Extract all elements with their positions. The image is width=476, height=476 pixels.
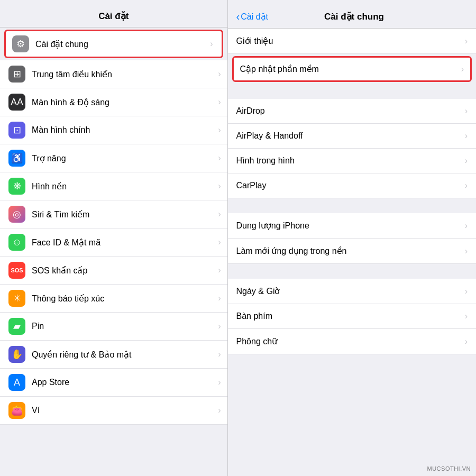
- right-item-ngaygios[interactable]: Ngày & Giờ›: [228, 279, 476, 304]
- sidebar-item-access[interactable]: ♿Trợ năng›: [0, 144, 227, 172]
- right-item-label-airplay: AirPlay & Handoff: [236, 131, 465, 141]
- faceid-icon: ☺: [8, 234, 25, 251]
- chevron-right-icon: ›: [218, 378, 221, 387]
- section-separator: [228, 198, 476, 213]
- right-item-lammoi[interactable]: Làm mới ứng dụng trong nền›: [228, 239, 476, 264]
- sidebar-item-label-wallet: Ví: [32, 406, 219, 415]
- chevron-right-icon: ›: [465, 287, 468, 296]
- chevron-right-icon: ›: [218, 125, 221, 135]
- sidebar-item-label-general: Cài đặt chung: [35, 39, 215, 49]
- wallpaper-icon: ❋: [8, 178, 25, 195]
- home-icon: ⊡: [8, 122, 25, 139]
- sidebar-item-faceid[interactable]: ☺Face ID & Mật mã›: [0, 228, 227, 257]
- display-icon: AA: [8, 94, 25, 111]
- chevron-right-icon: ›: [465, 181, 468, 190]
- sidebar-item-label-access: Trợ năng: [32, 153, 219, 163]
- sidebar-item-general[interactable]: ⚙Cài đặt chung›: [4, 30, 223, 58]
- chevron-right-icon: ›: [218, 237, 221, 247]
- chevron-right-icon: ›: [465, 337, 468, 346]
- right-item-dungluong[interactable]: Dung lượng iPhone›: [228, 213, 476, 239]
- chevron-right-icon: ›: [210, 39, 213, 49]
- right-section-group-1: AirDrop›AirPlay & Handoff›Hình trong hìn…: [228, 99, 476, 198]
- section-separator: [228, 264, 476, 279]
- right-item-label-airdrop: AirDrop: [236, 106, 465, 116]
- chevron-right-icon: ›: [218, 350, 221, 359]
- access-icon: ♿: [8, 150, 25, 167]
- right-section-group-2: Dung lượng iPhone›Làm mới ứng dụng trong…: [228, 213, 476, 264]
- sidebar-item-wallpaper[interactable]: ❋Hình nền›: [0, 172, 227, 200]
- chevron-right-icon: ›: [465, 246, 468, 256]
- right-item-label-dungluong: Dung lượng iPhone: [236, 221, 465, 231]
- right-item-phongchu[interactable]: Phông chữ›: [228, 329, 476, 354]
- back-button[interactable]: ‹ Cài đặt: [236, 11, 268, 23]
- sidebar-item-label-siri: Siri & Tìm kiếm: [32, 209, 219, 219]
- privacy-icon: ✋: [8, 346, 25, 363]
- chevron-right-icon: ›: [218, 294, 221, 303]
- siri-icon: ◎: [8, 206, 25, 223]
- chevron-right-icon: ›: [218, 406, 221, 415]
- right-item-label-lammoi: Làm mới ứng dụng trong nền: [236, 246, 465, 256]
- right-panel: ‹ Cài đặt Cài đặt chung Giới thiệu›Cập n…: [228, 0, 476, 476]
- right-item-label-phongchu: Phông chữ: [236, 336, 465, 346]
- sidebar-item-home[interactable]: ⊡Màn hình chính›: [0, 116, 227, 144]
- chevron-right-icon: ›: [218, 322, 221, 331]
- watermark: MUCSOTHI.VN: [427, 465, 471, 472]
- sidebar-item-label-sos: SOS khẩn cấp: [32, 266, 219, 276]
- right-item-label-ngaygios: Ngày & Giờ: [236, 286, 465, 296]
- battery-icon: ▰: [8, 318, 25, 335]
- sidebar-item-label-faceid: Face ID & Mật mã: [32, 237, 219, 248]
- sidebar-item-wallet[interactable]: 👛Ví›: [0, 397, 227, 425]
- sidebar-item-privacy[interactable]: ✋Quyền riêng tư & Bảo mật›: [0, 341, 227, 369]
- chevron-right-icon: ›: [461, 65, 464, 74]
- gear-icon: ⚙: [12, 35, 29, 52]
- left-list: ⚙Cài đặt chung›⊞Trung tâm điều khiển›AAM…: [0, 28, 227, 476]
- sidebar-item-label-control: Trung tâm điều khiển: [32, 69, 219, 79]
- left-header: Cài đặt: [0, 0, 227, 28]
- chevron-right-icon: ›: [465, 221, 468, 231]
- sidebar-item-sos[interactable]: SOSSOS khẩn cấp›: [0, 257, 227, 285]
- chevron-right-icon: ›: [465, 131, 468, 141]
- right-item-banphim[interactable]: Bàn phím›: [228, 304, 476, 329]
- right-item-hinhtronghinh[interactable]: Hình trong hình›: [228, 149, 476, 173]
- right-item-airplay[interactable]: AirPlay & Handoff›: [228, 124, 476, 149]
- right-item-label-capnhat: Cập nhật phần mềm: [240, 64, 461, 74]
- sidebar-item-battery[interactable]: ▰Pin›: [0, 313, 227, 341]
- right-item-label-banphim: Bàn phím: [236, 312, 465, 321]
- right-list: Giới thiệu›Cập nhật phần mềm›AirDrop›Air…: [228, 29, 476, 476]
- chevron-right-icon: ›: [465, 36, 468, 46]
- right-item-airdrop[interactable]: AirDrop›: [228, 99, 476, 124]
- sidebar-item-label-appstore: App Store: [32, 378, 219, 387]
- right-item-label-gioithieu: Giới thiệu: [236, 36, 465, 46]
- chevron-right-icon: ›: [218, 209, 221, 219]
- chevron-right-icon: ›: [465, 106, 468, 116]
- right-title: Cài đặt chung: [272, 11, 436, 22]
- sidebar-item-label-privacy: Quyền riêng tư & Bảo mật: [32, 350, 219, 360]
- chevron-right-icon: ›: [218, 153, 221, 163]
- control-icon: ⊞: [8, 66, 25, 83]
- right-header: ‹ Cài đặt Cài đặt chung: [228, 0, 476, 29]
- chevron-right-icon: ›: [465, 312, 468, 321]
- sidebar-item-appstore[interactable]: AApp Store›: [0, 369, 227, 397]
- chevron-right-icon: ›: [218, 69, 221, 79]
- left-panel: Cài đặt ⚙Cài đặt chung›⊞Trung tâm điều k…: [0, 0, 227, 476]
- chevron-right-icon: ›: [218, 181, 221, 191]
- right-item-capnhat[interactable]: Cập nhật phần mềm›: [232, 56, 472, 82]
- appstore-icon: A: [8, 374, 25, 391]
- right-section-group-0: Giới thiệu›Cập nhật phần mềm›: [228, 29, 476, 82]
- sidebar-item-siri[interactable]: ◎Siri & Tìm kiếm›: [0, 200, 227, 228]
- chevron-right-icon: ›: [218, 266, 221, 275]
- back-label: Cài đặt: [241, 12, 268, 22]
- sidebar-item-label-display: Màn hình & Độ sáng: [32, 97, 219, 107]
- right-item-label-hinhtronghinh: Hình trong hình: [236, 156, 465, 166]
- back-chevron-icon: ‹: [236, 11, 240, 23]
- sidebar-item-exposure[interactable]: ✳Thông báo tiếp xúc›: [0, 285, 227, 313]
- sidebar-item-control[interactable]: ⊞Trung tâm điều khiển›: [0, 60, 227, 88]
- sidebar-item-label-wallpaper: Hình nền: [32, 181, 219, 191]
- right-item-carplay[interactable]: CarPlay›: [228, 173, 476, 198]
- chevron-right-icon: ›: [218, 97, 221, 107]
- section-separator: [228, 84, 476, 99]
- sidebar-item-label-exposure: Thông báo tiếp xúc: [32, 294, 219, 304]
- right-item-gioithieu[interactable]: Giới thiệu›: [228, 29, 476, 54]
- sidebar-item-display[interactable]: AAMàn hình & Độ sáng›: [0, 88, 227, 116]
- sidebar-item-label-battery: Pin: [32, 322, 219, 331]
